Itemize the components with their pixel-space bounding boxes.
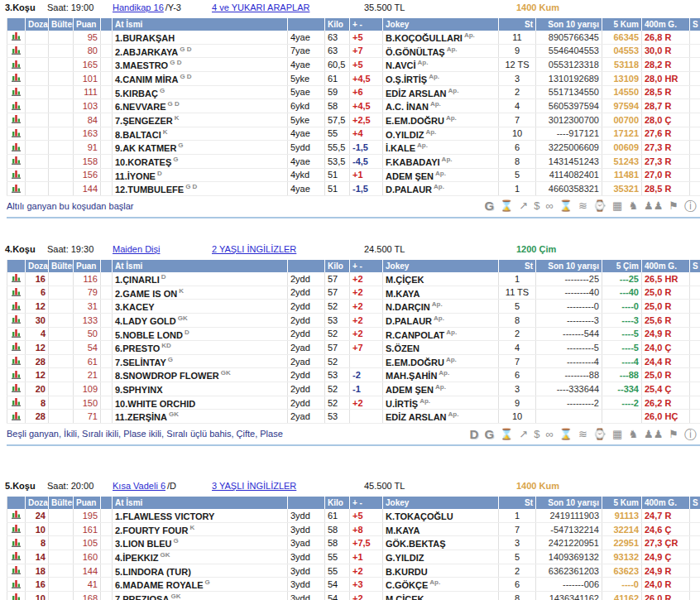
- stopwatch-icon[interactable]: ⌚: [593, 429, 607, 439]
- s-cell: [690, 536, 700, 550]
- jockey-name: EDİZ ARSLAN: [386, 88, 447, 98]
- form-chart-icon[interactable]: [12, 356, 22, 365]
- probables-calculator-icon[interactable]: ⌛: [500, 200, 513, 211]
- form-chart-icon[interactable]: [12, 73, 22, 82]
- hourglass-icon[interactable]: ⌛: [559, 200, 573, 211]
- race-group-link[interactable]: 2 YAŞLI İNGİLİZLER: [212, 244, 296, 254]
- horse-equipment-sup: G: [160, 87, 165, 94]
- binoculars-icon[interactable]: ∞: [545, 429, 553, 439]
- form-chart-icon[interactable]: [12, 510, 22, 519]
- form-chart-icon[interactable]: [12, 383, 22, 392]
- form-chart-icon[interactable]: [12, 551, 22, 560]
- form-chart-icon[interactable]: [12, 87, 22, 96]
- bet-letter-icon-d[interactable]: D: [470, 427, 479, 441]
- info-icon[interactable]: ⓘ: [684, 199, 697, 212]
- form-chart-icon[interactable]: [12, 593, 22, 600]
- race-type-link[interactable]: Kısa Vadeli 6: [113, 481, 165, 491]
- race-type-link[interactable]: Handikap 16: [113, 2, 164, 12]
- last10-results: -------544: [536, 327, 602, 341]
- prize-money-icon[interactable]: $: [534, 200, 539, 211]
- race-type-suffix: /Y-3: [165, 2, 181, 12]
- form-chart-icon[interactable]: [12, 184, 22, 193]
- start-box-value: 8: [499, 313, 536, 327]
- 400m-time: 24,0 R: [642, 578, 690, 592]
- horse-icon[interactable]: ♞: [628, 200, 638, 211]
- race-group-link[interactable]: 3 YAŞLI İNGİLİZLER: [212, 481, 296, 491]
- horse-icon[interactable]: ♞: [628, 429, 638, 439]
- form-chart-icon[interactable]: [12, 411, 22, 420]
- form-chart-icon[interactable]: [12, 31, 22, 41]
- line-chart-icon[interactable]: ≋: [578, 429, 587, 439]
- form-chart-icon[interactable]: [12, 101, 22, 110]
- race-type: Maiden Dişi: [113, 244, 161, 254]
- form-chart-icon[interactable]: [12, 538, 22, 547]
- info-icon[interactable]: ⓘ: [684, 428, 697, 440]
- form-chart-icon[interactable]: [12, 170, 22, 179]
- horse-age: 4yae: [288, 182, 325, 196]
- horse-age: 2ydd: [288, 286, 325, 300]
- form-chart-cell: [7, 341, 26, 355]
- stopwatch-icon[interactable]: ⌚: [593, 200, 607, 211]
- horse-row: 20 109 9.SPHYINX 2ydd 52 -1 ADEM ŞENAp. …: [7, 382, 700, 396]
- race-type-link[interactable]: Maiden Dişi: [113, 244, 160, 254]
- crowd-icon[interactable]: ♟♟: [644, 200, 663, 211]
- form-chart-icon[interactable]: [12, 314, 22, 324]
- performance-chart-icon[interactable]: ↗: [519, 429, 528, 439]
- dozaj-value: 12: [26, 368, 49, 382]
- jockey-cell: S.ÖZEN: [383, 341, 499, 355]
- bet-letter-icon-g[interactable]: G: [484, 199, 494, 213]
- form-chart-icon[interactable]: [12, 142, 22, 151]
- form-chart-icon[interactable]: [12, 273, 22, 282]
- header-400m: 400m G.: [642, 497, 690, 509]
- weight-change-value: -4,5: [350, 154, 383, 168]
- last10-results: 8905766345: [536, 31, 602, 44]
- photo-finish-icon[interactable]: ⚑: [669, 200, 678, 211]
- photo-finish-icon[interactable]: ⚑: [669, 429, 678, 439]
- form-chart-icon[interactable]: [12, 60, 22, 69]
- bulten-value: [49, 578, 74, 592]
- prize-money-icon[interactable]: $: [534, 429, 539, 439]
- horses-tbody: 95 1.BURAKŞAH 4yae 63 +5 B.KOÇOĞULLARIAp…: [7, 31, 700, 195]
- probables-calculator-icon[interactable]: ⌛: [500, 429, 513, 439]
- jockey-name: U.İRTİŞ: [386, 398, 418, 408]
- start-box-value: 4: [499, 341, 536, 355]
- form-chart-icon[interactable]: [12, 287, 22, 296]
- horse-equipment-sup: D: [161, 273, 166, 281]
- hourglass-icon[interactable]: ⌛: [559, 429, 573, 439]
- line-chart-icon[interactable]: ≋: [578, 200, 587, 211]
- form-chart-icon[interactable]: [12, 370, 22, 379]
- form-chart-icon[interactable]: [12, 329, 22, 338]
- form-chart-icon[interactable]: [12, 156, 22, 165]
- form-chart-icon[interactable]: [12, 579, 22, 588]
- 400m-time: 26,8 R: [642, 31, 690, 44]
- gap-cell: [101, 592, 113, 600]
- 400m-time: 27,0 R: [642, 168, 690, 182]
- bulten-value: [49, 113, 74, 127]
- form-chart-icon[interactable]: [12, 397, 22, 406]
- crowd-icon[interactable]: ♟♟: [644, 429, 663, 439]
- kilo-value: 53: [325, 410, 350, 424]
- last5-surface-results: 41162: [602, 592, 642, 600]
- horse-name: 5.NOBLE LOND: [115, 329, 183, 339]
- form-chart-icon[interactable]: [12, 46, 22, 55]
- form-chart-icon[interactable]: [12, 524, 22, 533]
- bet-letter-icon-g[interactable]: G: [484, 427, 494, 441]
- bulten-value: [49, 71, 74, 85]
- form-chart-icon[interactable]: [12, 128, 22, 137]
- jockey-cell: C.GÖKÇEAp.: [383, 578, 499, 592]
- performance-chart-icon[interactable]: ↗: [519, 200, 528, 211]
- horse-name: 2.FOURTY FOUR: [115, 525, 188, 535]
- form-chart-icon[interactable]: [12, 342, 22, 351]
- form-chart-icon[interactable]: [12, 114, 22, 123]
- race-group-link[interactable]: 4 ve YUKARI ARAPLAR: [212, 2, 309, 12]
- horse-name-cell: 12.TUMBULEFEG D: [113, 182, 288, 196]
- binoculars-icon[interactable]: ∞: [545, 200, 553, 211]
- horse-row: 163 8.BALTACIK 4yae 55 +4 O.YILDIZAp. 10…: [7, 127, 700, 141]
- horse-name-cell: 3.KACEY: [113, 300, 288, 314]
- form-chart-icon[interactable]: [12, 565, 22, 574]
- calculator-icon[interactable]: ▦: [612, 200, 622, 211]
- form-chart-icon[interactable]: [12, 301, 22, 310]
- horse-age: 2ydd: [288, 382, 325, 396]
- horse-row: 91 9.AK KATMERG 5ydd 55,5 -1,5 İ.KALEAp.…: [7, 141, 700, 155]
- calculator-icon[interactable]: ▦: [612, 429, 622, 439]
